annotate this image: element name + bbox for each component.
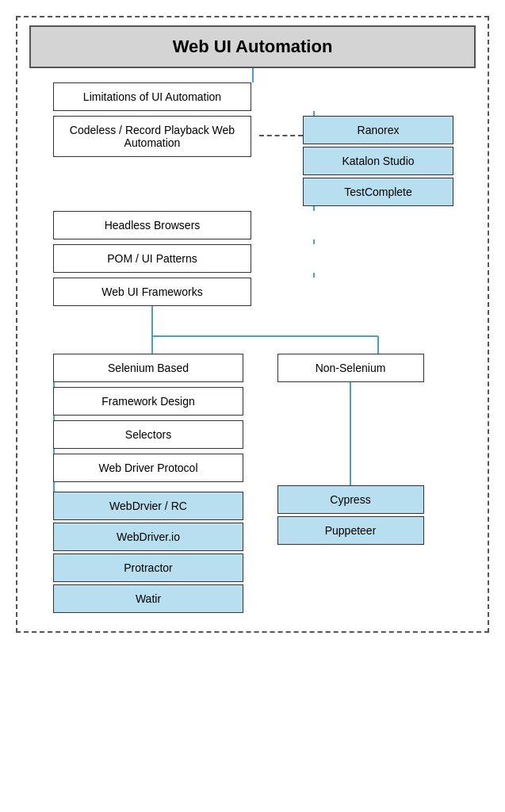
node-non-selenium: Non-Selenium: [277, 354, 424, 382]
node-puppeteer: Puppeteer: [277, 516, 424, 545]
node-testcomplete: TestComplete: [303, 178, 453, 206]
dashed-connector: [259, 135, 303, 136]
node-webui-frameworks: Web UI Frameworks: [53, 278, 251, 306]
diagram-title: Web UI Automation: [29, 25, 476, 68]
node-limitations: Limitations of UI Automation: [53, 82, 251, 111]
diagram-container: Web UI Automation Limitations of UI Auto…: [16, 16, 489, 633]
connector-right-long: [350, 382, 351, 485]
node-protractor: Protractor: [53, 553, 243, 582]
node-selenium-based: Selenium Based: [53, 354, 243, 382]
node-cypress: Cypress: [277, 485, 424, 514]
node-webdriver-rc: WebDrvier / RC: [53, 492, 243, 520]
node-katalon: Katalon Studio: [303, 147, 453, 175]
right-column: Non-Selenium Cypress Puppeteer: [275, 354, 426, 547]
connector-8: [53, 482, 55, 492]
left-column: Selenium Based Framework Design Selector…: [53, 354, 259, 615]
two-column-section: Selenium Based Framework Design Selector…: [29, 354, 476, 615]
node-selectors: Selectors: [53, 420, 243, 449]
node-watir: Watir: [53, 584, 243, 613]
main-flow: Limitations of UI Automation Codeless / …: [29, 68, 476, 615]
node-codeless: Codeless / Record Playback Web Automatio…: [53, 116, 251, 157]
split-svg: [29, 306, 476, 354]
right-tools-group: Ranorex Katalon Studio TestComplete: [303, 116, 453, 206]
connector-title-to-limitations: [252, 68, 254, 82]
node-headless: Headless Browsers: [53, 211, 251, 239]
split-connector-area: [29, 306, 476, 354]
node-webdriver-protocol: Web Driver Protocol: [53, 454, 243, 482]
node-framework-design: Framework Design: [53, 387, 243, 416]
node-pom: POM / UI Patterns: [53, 244, 251, 273]
node-webdriver-io: WebDriver.io: [53, 523, 243, 551]
node-ranorex: Ranorex: [303, 116, 453, 144]
